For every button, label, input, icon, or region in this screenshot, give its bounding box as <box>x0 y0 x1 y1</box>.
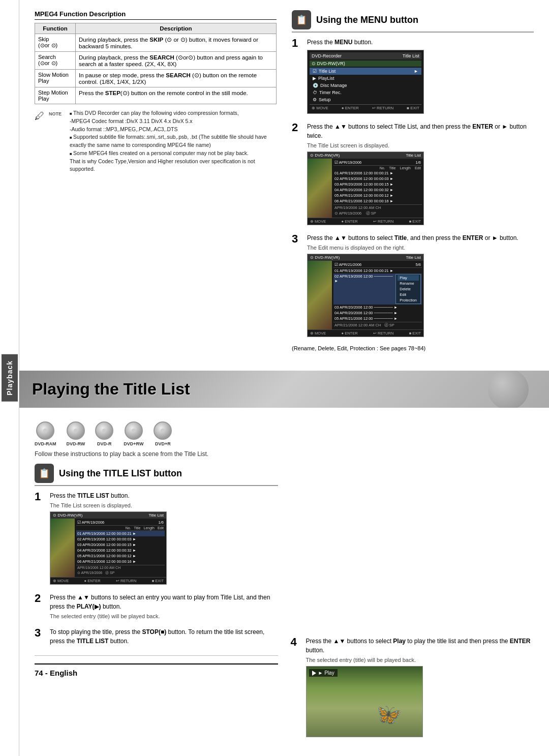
tl-row-sel-1: 01 APR/19/2006 12:00 00:00:21 ► <box>76 531 165 536</box>
disc-icons-row: DVD-RAM DVD-RW DVD-R DVD+RW DVD+R <box>35 421 534 446</box>
tl-page-num: 1/6 <box>416 160 421 165</box>
ctx-rename: Rename <box>398 281 419 286</box>
tl-data-row-4: 04 APR/20/2006 12:00 00:00:32 ► <box>76 548 165 553</box>
tl-date-1: ☑ APR/19/2006 1/6 <box>76 520 165 526</box>
tl-row-2: 02 APR/19/2006 12:00 00:00:03 ► <box>333 176 422 182</box>
menu-step-4: 4 Press the ▲▼ buttons to select Play to… <box>291 637 534 740</box>
mpeg4-desc-search: During playback, press the SEARCH (⊙or⊙)… <box>76 52 277 70</box>
tl-info-row-2: ⊙ APR/19/2006 ⓓ SP <box>333 210 422 217</box>
titlelist-step-3: 3 To stop playing the title, press the S… <box>35 627 278 648</box>
menu-timerrec-text: Timer Rec. <box>319 90 342 95</box>
title-list-label: Title List <box>403 53 419 58</box>
tl-date-header: ☑ APR/19/2006 1/6 <box>333 160 422 166</box>
disc-label-ram: DVD-RAM <box>35 441 56 446</box>
two-columns-lower: 📋 Using the TITLE LIST button 1 Press th… <box>35 464 534 745</box>
bullet-icon: ⏱ <box>313 90 317 95</box>
tl-step-text-3: To stop playing the title, press the STO… <box>50 627 278 646</box>
divider <box>35 655 278 656</box>
disc-circle-r <box>95 421 113 440</box>
footer-exit: ■ EXIT <box>409 219 421 224</box>
tl-step-text-2: Press the ▲▼ buttons to select an entry … <box>50 593 278 611</box>
butterfly-decoration: 🦋 <box>377 703 402 727</box>
bullet-icon: ▶ <box>313 76 316 81</box>
right-lower-column: 4 Press the ▲▼ buttons to select Play to… <box>291 464 534 745</box>
mpeg4-function-step: Step Motion Play <box>35 87 76 104</box>
disc-label-plusr: DVD+R <box>155 441 171 446</box>
mpeg4-desc-skip: During playback, press the SKIP (⊙ or ⊙)… <box>76 34 277 52</box>
tl-step-num-1: 1 <box>35 491 45 502</box>
tl-info-ctx: APR/21/2006 12:00 AM CH ⓓ SP <box>333 322 422 328</box>
tl-date-val: ☑ APR/19/2006 <box>77 520 104 525</box>
disc-icon-dvdram: DVD-RAM <box>35 421 56 446</box>
footer-return: ↩ RETURN <box>372 106 394 110</box>
mpeg4-col-description: Description <box>76 23 277 34</box>
tl-entries-1: ☑ APR/19/2006 1/6 No. Title Length Edit <box>75 519 166 577</box>
col-edit: Edit <box>158 526 164 530</box>
tl-step-num-3: 3 <box>35 627 45 639</box>
disc-circle-ram <box>36 421 54 440</box>
chapter-instruction: Follow these instructions to play back a… <box>35 450 534 458</box>
rename-note: (Rename, Delete, Edit, Protection : See … <box>292 345 534 351</box>
menu-item-timerrec: ⏱ Timer Rec. <box>310 89 421 96</box>
context-menu: Play Rename Delete Edit Protection <box>395 274 421 304</box>
footer-enter: ● ENTER <box>342 106 359 110</box>
tl-step-content-1: Press the TITLE LIST button. The Title L… <box>50 491 278 588</box>
tl-step-content-2: Press the ▲▼ buttons to select an entry … <box>50 593 278 622</box>
footer-exit: ■ EXIT <box>407 106 419 110</box>
mpeg4-desc-step: Press the STEP(⊙) button on the remote c… <box>76 87 277 104</box>
disc-circle-plusrw <box>125 421 143 440</box>
tl-header-2: ⊙ DVD-RW(VR) Title List <box>308 152 423 159</box>
menu-step-content-4: Press the ▲▼ buttons to select Play to p… <box>306 637 534 740</box>
footer-move: ⊕ MOVE <box>312 106 328 110</box>
tl-row-context-5: 05 APR/21/2006 12:00 ─────── ► <box>333 316 422 321</box>
play-triangle-icon <box>312 671 316 676</box>
footer-move: ⊕ MOVE <box>310 219 326 224</box>
note-item: This DVD Recorder can play the following… <box>70 109 277 133</box>
titlelist-section: 📋 Using the TITLE LIST button 1 Press th… <box>35 464 278 745</box>
disc-label-plusrw: DVD+RW <box>124 441 143 446</box>
footer-return-3: ↩ RETURN <box>373 331 393 336</box>
tl-step-text-1: Press the TITLE LIST button. <box>50 491 278 500</box>
step-sub-2: The Title List screen is displayed. <box>307 142 534 148</box>
footer-move: ⊕ MOVE <box>53 579 69 583</box>
dvd-screen-footer: ⊕ MOVE ● ENTER ↩ RETURN ■ EXIT <box>310 104 421 111</box>
footer-return: ↩ RETURN <box>373 219 393 224</box>
menu-item-titlelist: ☑ Title List ► <box>310 68 421 75</box>
titlelist-section-title: Using the TITLE LIST button <box>59 468 182 479</box>
table-row: Step Motion Play Press the STEP(⊙) butto… <box>35 87 277 104</box>
tl-title-1: Title List <box>149 513 164 518</box>
footer-enter-3: ● ENTER <box>342 331 358 336</box>
tl-title-3: Title List <box>406 255 421 260</box>
note-label: NOTE <box>49 111 62 173</box>
titlelist-icon: 📋 <box>35 464 54 483</box>
tl-thumb-1 <box>50 519 75 577</box>
menu-playlist-text: PlayList <box>318 76 334 81</box>
tl-page: Title List <box>406 153 421 158</box>
menu-item-discmanage: 💿 Disc Manage <box>310 82 421 89</box>
context-menu-screen: ⊙ DVD-RW(VR) Title List ☑ APR/21/2006 5/… <box>307 254 424 337</box>
footer-exit-3: ■ EXIT <box>409 331 421 336</box>
table-row: Search(⊙or ⊙) During playback, press the… <box>35 52 277 70</box>
step-number-3: 3 <box>292 233 302 245</box>
col-length: Length <box>400 166 411 170</box>
mpeg4-function-slow: Slow Motion Play <box>35 70 76 87</box>
step-content-1: Press the MENU button. DVD-Recorder Titl… <box>307 38 534 117</box>
tl-date-label: ☑ APR/19/2006 <box>334 160 361 165</box>
footer-exit: ■ EXIT <box>152 579 164 583</box>
right-column: 📋 Using the MENU button 1 Press the MENU… <box>292 10 534 355</box>
tl-step-sub-1: The Title List screen is displayed. <box>50 502 278 508</box>
title-list-screen-1: ⊙ DVD-RW(VR) Title List ☑ APR/19/2006 1/… <box>50 511 167 585</box>
col-title: Title <box>134 526 141 530</box>
mpeg4-table: Function Description Skip(⊙or ⊙) During … <box>35 23 277 104</box>
tl-content-2: ☑ APR/19/2006 1/6 No. Title Length Edit <box>308 159 423 218</box>
tl-device-3: ⊙ DVD-RW(VR) <box>310 255 340 260</box>
col-length: Length <box>144 526 155 530</box>
play-indicator: ► Play <box>309 669 338 677</box>
tl-body-1: ☑ APR/19/2006 1/6 No. Title Length Edit <box>50 519 166 577</box>
tl-col-headers: No. Title Length Edit <box>333 166 422 170</box>
col-edit: Edit <box>415 166 421 170</box>
sidebar-tab-label: Playback <box>2 354 18 402</box>
table-row: Slow Motion Play In pause or step mode, … <box>35 70 277 87</box>
bullet-icon: ☑ <box>313 69 317 74</box>
mpeg4-function-skip: Skip(⊙or ⊙) <box>35 34 76 52</box>
